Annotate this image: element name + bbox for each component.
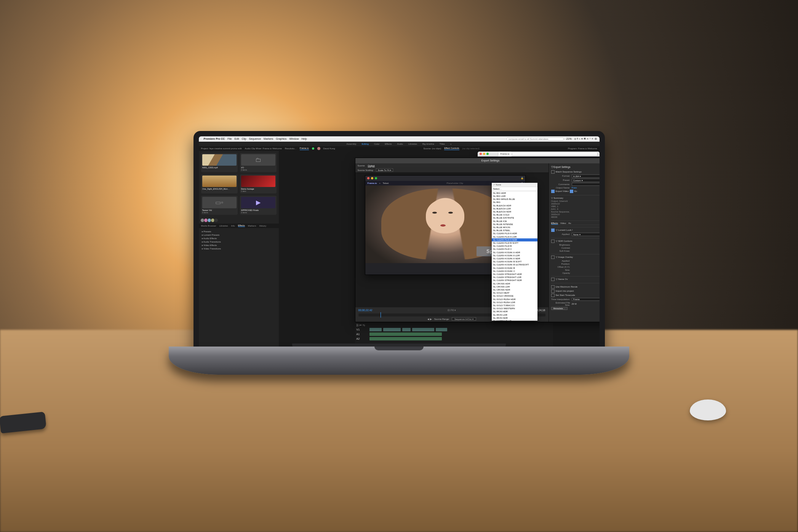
user-avatar[interactable] <box>317 147 320 150</box>
lut-item[interactable]: SL GOLD RUSH HDR <box>492 298 537 301</box>
lut-item[interactable]: SL CLEAN KODAK A NDR <box>492 257 537 260</box>
lut-item[interactable]: SL GOLD WESTERN <box>492 307 537 310</box>
preset-dropdown[interactable]: Custom ▾ <box>572 179 600 182</box>
menu-sequence[interactable]: Sequence <box>249 137 261 140</box>
lut-item[interactable]: SL CLEAN STRAIGHT LDR <box>492 276 537 279</box>
tab-info[interactable]: Info <box>231 225 235 227</box>
export-tab-video[interactable]: Video <box>560 222 566 225</box>
lut-item[interactable]: SL CLEAN FUJI A NDR <box>492 238 537 241</box>
menu-help[interactable]: Help <box>301 137 307 140</box>
export-video-checkbox[interactable] <box>551 190 555 193</box>
bin-item[interactable]: 🗀VO3 items <box>240 153 277 172</box>
lut-item[interactable]: SL CLEAN KODAK A LDR <box>492 254 537 257</box>
lut-item[interactable]: SL BLEACH LDR <box>492 207 537 210</box>
ws-titles[interactable]: Titles <box>440 143 445 145</box>
lumetri-checkbox[interactable] <box>551 228 555 232</box>
export-tab-audio[interactable]: Au <box>568 222 571 225</box>
lut-item[interactable]: SL CLEAN KODAK B ULTRASOFT <box>492 263 537 266</box>
lut-item[interactable]: SL GOLD HEAT <box>492 291 537 294</box>
export-tab-effects[interactable]: Effects <box>551 222 558 225</box>
lut-item[interactable]: SL IRON HDR <box>492 310 537 313</box>
lut-item[interactable]: SL CLEAN FUJI C <box>492 248 537 251</box>
browser-max-icon[interactable] <box>486 153 489 155</box>
metadata-button[interactable]: Metadata… <box>551 307 568 310</box>
lut-item[interactable]: SL IRON NDR <box>492 316 537 320</box>
tab-program[interactable]: Program: Frame.io Welcome <box>568 147 597 150</box>
bin-item[interactable]: ▭▫Teaser Vid3 items <box>201 196 238 215</box>
menu-clip[interactable]: Clip <box>241 137 246 140</box>
export-settings-window[interactable]: Export Settings Source Output Source Sca… <box>355 158 600 322</box>
src-range-dropdown[interactable]: Sequence In/Out ▾ <box>452 317 476 321</box>
lut-item[interactable]: SL CROSS HDR <box>492 282 537 285</box>
menu-file[interactable]: File <box>227 137 232 140</box>
tab-audiomixer[interactable]: Audio Clip Mixer: Frame.io Welcome <box>245 147 282 150</box>
tab-effect-controls[interactable]: Effect Controls <box>444 147 459 150</box>
lut-item[interactable]: SL CLEAN KODAK B SOFT <box>492 260 537 263</box>
lut-item[interactable]: SL CLEAN FUJI A LDR <box>492 235 537 238</box>
match-seq-checkbox[interactable] <box>551 170 555 174</box>
lut-item[interactable]: SL CROSS LDR <box>492 285 537 288</box>
lut-item[interactable]: SL BLUE MOON <box>492 226 537 229</box>
menu-graphics[interactable]: Graphics <box>276 137 286 140</box>
bin-item[interactable]: One_Sight_ENGLISH_Mon… <box>201 174 238 193</box>
lut-item[interactable]: SL BLUE COLD <box>492 213 537 216</box>
lut-item[interactable]: SL BLUE INTENSE <box>492 223 537 226</box>
menu-window[interactable]: Window <box>289 137 299 140</box>
ws-effects[interactable]: Effects <box>385 143 392 145</box>
tab-libraries[interactable]: Libraries <box>219 225 228 227</box>
tab-effects-panel[interactable]: Effects <box>238 224 245 227</box>
lut-item[interactable]: SL GOLD RUSH LDR <box>492 301 537 304</box>
bin-item[interactable]: Demo footage1 item <box>240 174 277 193</box>
browser-urlbar[interactable]: app.frame.io <box>498 152 598 156</box>
tab-frameio[interactable]: Frame.io <box>300 147 309 150</box>
collaborators[interactable] <box>199 217 279 224</box>
tab-markers[interactable]: Markers <box>248 225 256 227</box>
lut-item[interactable]: SL CLEAN KODAK C <box>492 270 537 273</box>
lut-item[interactable]: SL MATRIX BLUE <box>492 320 537 320</box>
ws-audio[interactable]: Audio <box>397 143 403 145</box>
tab-project[interactable]: Project: faye creative summit promo edit <box>201 147 242 150</box>
export-audio-checkbox[interactable] <box>570 190 573 193</box>
lut-item[interactable]: SL CLEAN KODAK A HDR <box>492 251 537 254</box>
lut-dropdown-menu[interactable]: ✓ None Select… SL BIG HDRSL BIG LDRSL BI… <box>492 183 537 321</box>
format-dropdown[interactable]: H.264 ▾ <box>572 174 600 178</box>
ws-overflow-icon[interactable]: » <box>450 143 451 145</box>
close-icon[interactable] <box>367 177 369 179</box>
lut-dropdown-trigger[interactable]: None ▾ <box>572 233 600 236</box>
output-name-link[interactable]: Fram <box>572 187 600 189</box>
set-start-checkbox[interactable] <box>551 294 555 297</box>
tab-media-browser[interactable]: Media Browser <box>201 225 216 227</box>
comments-input[interactable] <box>572 183 600 186</box>
lut-item[interactable]: SL BIG HDR <box>492 192 537 195</box>
lut-item[interactable]: SL BLUE ICE <box>492 220 537 223</box>
bin-item[interactable]: ▶APPROVED Finals3 items <box>240 196 277 215</box>
lut-item[interactable]: SL CLEAN FUJI B SOFT <box>492 241 537 244</box>
ws-libraries[interactable]: Libraries <box>408 143 417 145</box>
export-titlebar[interactable]: Export Settings <box>355 158 600 163</box>
lut-select-item[interactable]: Select… <box>492 187 537 190</box>
scale-dropdown[interactable]: Scale To Fit ▾ <box>376 168 393 172</box>
frameio-project[interactable]: Teleet <box>383 182 389 184</box>
tc-in[interactable]: 00;00;22;42 <box>358 309 373 312</box>
name-overlay-checkbox[interactable] <box>551 278 555 281</box>
maximize-icon[interactable] <box>375 177 377 179</box>
lut-item[interactable]: SL IRON LDR <box>492 313 537 316</box>
ws-assembly[interactable]: Assembly <box>347 143 357 145</box>
lut-item[interactable]: SL BLUE DAY4NITE <box>492 216 537 219</box>
lut-item[interactable]: SL CLEAN STRAIGHT HDR <box>492 273 537 276</box>
tab-resolution[interactable]: Resolutio… <box>285 147 297 150</box>
ws-color[interactable]: Color <box>374 143 379 145</box>
browser-tab[interactable]: Frame.io <box>498 152 512 157</box>
import-proj-checkbox[interactable] <box>551 289 555 293</box>
lut-item[interactable]: SL BIG MINUS BLUE <box>492 198 537 201</box>
lut-item[interactable]: SL BIG <box>492 201 537 204</box>
workspace-switcher[interactable]: Assembly Editing Color Effects Audio Lib… <box>199 142 600 146</box>
export-tab-output[interactable]: Output <box>368 165 375 167</box>
lut-item[interactable]: SL CLEAN STRAIGHT NDR <box>492 279 537 282</box>
lut-item[interactable]: SL BIG LDR <box>492 195 537 198</box>
lut-item[interactable]: SL BLUE STEEL <box>492 229 537 232</box>
tab-history[interactable]: History <box>259 225 266 227</box>
lut-item[interactable]: SL GOLD TOBACCO <box>492 304 537 307</box>
usemax-checkbox[interactable] <box>551 285 555 289</box>
tab-source[interactable]: Source: (no clips) <box>424 147 441 150</box>
